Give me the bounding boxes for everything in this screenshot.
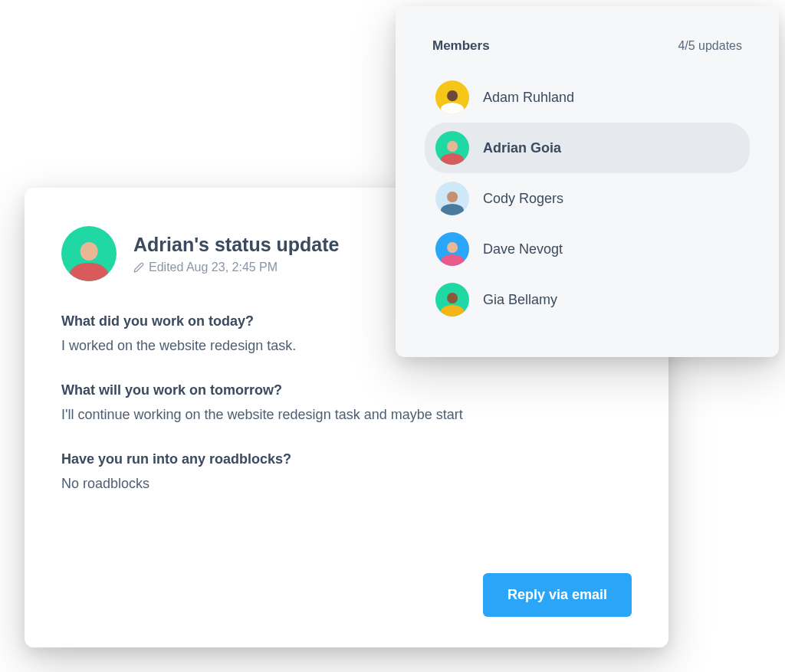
qa-block-2: What will you work on tomorrow? I'll con…: [61, 382, 632, 425]
avatar: [435, 80, 469, 114]
member-name: Gia Bellamy: [483, 292, 557, 308]
status-edited-line: Edited Aug 23, 2:45 PM: [133, 261, 340, 274]
qa-block-3: Have you run into any roadblocks? No roa…: [61, 451, 632, 494]
members-title: Members: [432, 38, 490, 54]
member-name: Cody Rogers: [483, 191, 563, 207]
members-panel: Members 4/5 updates Adam Ruhland Adrian …: [396, 6, 779, 357]
question-3: Have you run into any roadblocks?: [61, 451, 632, 467]
avatar: [435, 182, 469, 215]
member-item-adam-ruhland[interactable]: Adam Ruhland: [425, 72, 750, 123]
answer-3: No roadblocks: [61, 474, 632, 494]
members-header: Members 4/5 updates: [425, 38, 750, 54]
avatar: [435, 131, 469, 165]
avatar: [435, 283, 469, 316]
answer-2: I'll continue working on the website red…: [61, 405, 632, 425]
member-name: Adrian Goia: [483, 140, 561, 156]
status-title: Adrian's status update: [133, 234, 340, 256]
member-name: Dave Nevogt: [483, 241, 563, 257]
question-2: What will you work on tomorrow?: [61, 382, 632, 398]
reply-via-email-button[interactable]: Reply via email: [483, 573, 632, 617]
status-avatar: [61, 226, 117, 281]
status-header-text: Adrian's status update Edited Aug 23, 2:…: [133, 234, 340, 274]
status-edited-text: Edited Aug 23, 2:45 PM: [149, 261, 278, 274]
members-updates-count: 4/5 updates: [678, 39, 742, 53]
member-item-adrian-goia[interactable]: Adrian Goia: [425, 123, 750, 173]
avatar: [435, 232, 469, 266]
member-name: Adam Ruhland: [483, 90, 574, 106]
member-item-cody-rogers[interactable]: Cody Rogers: [425, 173, 750, 224]
pencil-icon: [133, 262, 144, 273]
member-item-gia-bellamy[interactable]: Gia Bellamy: [425, 274, 750, 325]
member-item-dave-nevogt[interactable]: Dave Nevogt: [425, 224, 750, 274]
